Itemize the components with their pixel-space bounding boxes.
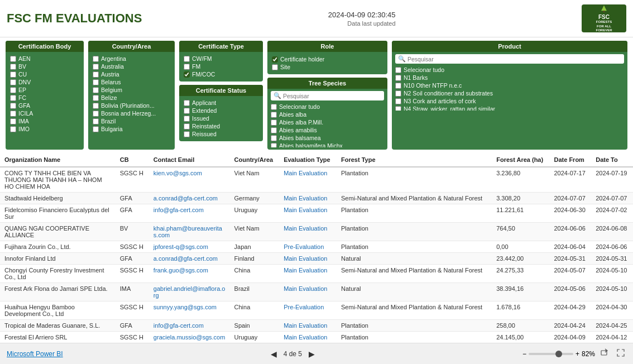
next-page-button[interactable]: ▶	[306, 348, 317, 360]
cell-forest_area: 3.308,20	[492, 193, 549, 204]
cert-type-fmcoc[interactable]: FM/COC	[184, 70, 258, 78]
cb-item-gfa[interactable]: GFA	[10, 102, 79, 109]
cell-date_from: 2024-05-06	[550, 283, 592, 301]
cell-email: kien.vo@sgs.com	[149, 167, 230, 193]
product-n1-barks[interactable]: N1 Barks	[395, 74, 624, 82]
cell-cb: SGSC H	[116, 332, 149, 343]
zoom-slider[interactable]	[529, 353, 573, 355]
tree-species-filter: Tree Species 🔍 Selecionar tudo Abies alb…	[267, 78, 387, 150]
cell-email: sunnyy.yang@sgs.com	[149, 301, 230, 320]
cell-country: Viet Nam	[230, 223, 280, 241]
cell-date_from: 2024-07-07	[550, 193, 592, 204]
cell-org_name: Forest Ark Flona do Jamari SPE Ltda.	[0, 283, 116, 301]
tree-selecionar[interactable]: Selecionar tudo	[271, 103, 384, 111]
cell-date_to: 2024-07-07	[591, 193, 633, 204]
role-cert-holder[interactable]: Certificate holder	[272, 55, 383, 63]
zoom-level: 82%	[582, 350, 595, 358]
prev-page-button[interactable]: ◀	[268, 348, 279, 360]
role-tree-column: Role Certificate holder Site Tree Specie…	[267, 41, 387, 150]
cell-country: Uruguay	[230, 204, 280, 223]
cell-date_from: 2024-06-06	[550, 223, 592, 241]
cb-item-ep[interactable]: EP	[10, 86, 79, 94]
svg-rect-1	[603, 11, 605, 12]
cb-item-cu[interactable]: CU	[10, 70, 79, 78]
role-site[interactable]: Site	[272, 63, 383, 71]
status-reissued[interactable]: Reissued	[184, 130, 258, 138]
product-list: Selecionar tudo N1 Barks N10 Other NTFP …	[395, 66, 624, 111]
cell-email: info@gfa-cert.com	[149, 320, 230, 332]
col-forest-area: Forest Area (ha)	[492, 153, 549, 167]
country-belgium[interactable]: Belgium	[93, 86, 170, 94]
country-australia[interactable]: Australia	[93, 63, 170, 70]
country-bulgaria[interactable]: Bulgaria	[93, 125, 170, 133]
product-search-wrap: 🔍	[395, 54, 624, 64]
tree-abies-balsamea[interactable]: Abies balsamea	[271, 134, 384, 142]
cell-forest_type: Plantation	[337, 320, 492, 332]
cell-org_name: Fujihara Zourin Co., Ltd.	[0, 241, 116, 253]
pagination: ◀ 4 de 5 ▶	[268, 348, 317, 360]
status-extended[interactable]: Extended	[184, 107, 258, 114]
cell-date_to: 2024-06-08	[591, 223, 633, 241]
country-bosnia[interactable]: Bosnia and Herzeg...	[93, 109, 170, 117]
country-belarus[interactable]: Belarus	[93, 78, 170, 86]
table-body: CONG TY TNHH CHE BIEN VA THUONG MAI THAN…	[0, 167, 633, 343]
cell-eval_type: Main Evaluation	[279, 253, 337, 265]
product-selecionar[interactable]: Selecionar tudo	[395, 66, 624, 74]
status-applicant[interactable]: Applicant	[184, 99, 258, 107]
product-n2[interactable]: N2 Soil conditioner and substrates	[395, 89, 624, 97]
footer-controls: − + 82%	[522, 347, 626, 360]
product-n10[interactable]: N10 Other NTFP n.e.c	[395, 82, 624, 89]
country-argentina[interactable]: Argentina	[93, 55, 170, 63]
powerbi-link[interactable]: Microsoft Power BI	[7, 350, 63, 358]
cell-country: Uruguay	[230, 332, 280, 343]
zoom-thumb[interactable]	[555, 351, 562, 357]
tree-search-input[interactable]	[283, 93, 381, 99]
table-row: Forestal El Arriero SRLSGSC Hgraciela.mu…	[0, 332, 633, 343]
cb-item-fc[interactable]: FC	[10, 94, 79, 102]
status-reinstated[interactable]: Reinstated	[184, 122, 258, 130]
cell-forest_area: 24.145,00	[492, 332, 549, 343]
cell-forest_type: Plantation	[337, 204, 492, 223]
table-row: Fujihara Zourin Co., Ltd.SGSC Hjpforest-…	[0, 241, 633, 253]
table-row: Tropical de Maderas Guanare, S.L.GFAinfo…	[0, 320, 633, 332]
tree-species-list: Selecionar tudo Abies alba Abies alba P.…	[271, 103, 384, 147]
cell-email: frank.guo@sgs.com	[149, 265, 230, 283]
certification-body-title: Certification Body	[6, 41, 84, 52]
cb-item-icila[interactable]: ICILA	[10, 109, 79, 117]
country-bolivia[interactable]: Bolivia (Plurination...	[93, 102, 170, 109]
cb-item-imo[interactable]: IMO	[10, 125, 79, 133]
cell-country: Spain	[230, 320, 280, 332]
cell-eval_type: Main Evaluation	[279, 167, 337, 193]
cb-item-ima[interactable]: IMA	[10, 117, 79, 125]
tree-abies-bals-michx[interactable]: Abies balsamifera Michx	[271, 142, 384, 147]
cell-country: Japan	[230, 241, 280, 253]
tree-search-icon: 🔍	[274, 92, 281, 99]
table-scroll[interactable]: Organization Name CB Contact Email Count…	[0, 153, 633, 343]
cell-forest_area: 24.275,33	[492, 265, 549, 283]
share-button[interactable]	[600, 347, 611, 360]
country-brazil[interactable]: Brazil	[93, 117, 170, 125]
cell-forest_area: 0,00	[492, 241, 549, 253]
country-austria[interactable]: Austria	[93, 70, 170, 78]
tree-abies-alba-pmill[interactable]: Abies alba P.Mill.	[271, 118, 384, 126]
table-row: Chongyi County Forestry Investment Co., …	[0, 265, 633, 283]
cb-item-aen[interactable]: AEN	[10, 55, 79, 63]
product-n3[interactable]: N3 Cork and articles of cork	[395, 97, 624, 105]
fullscreen-button[interactable]	[615, 347, 626, 360]
cb-item-dnv[interactable]: DNV	[10, 78, 79, 86]
cb-item-bv[interactable]: BV	[10, 63, 79, 70]
product-n4[interactable]: N4 Straw, wicker, rattan and similar	[395, 105, 624, 111]
cell-date_from: 2024-04-29	[550, 301, 592, 320]
product-search-input[interactable]	[407, 56, 621, 63]
country-title: Country/Area	[88, 41, 175, 52]
cell-eval_type: Pre-Evaluation	[279, 301, 337, 320]
cell-org_name: CONG TY TNHH CHE BIEN VA THUONG MAI THAN…	[0, 167, 116, 193]
country-belize[interactable]: Belize	[93, 94, 170, 102]
cell-email: khai.pham@bureauveritas.com	[149, 223, 230, 241]
tree-abies-alba[interactable]: Abies alba	[271, 111, 384, 118]
cert-type-cwfm[interactable]: CW/FM	[184, 55, 258, 63]
tree-abies-amabilis[interactable]: Abies amabilis	[271, 126, 384, 134]
cert-type-fm[interactable]: FM	[184, 63, 258, 70]
cell-email: info@gfa-cert.com	[149, 204, 230, 223]
status-issued[interactable]: Issued	[184, 114, 258, 122]
